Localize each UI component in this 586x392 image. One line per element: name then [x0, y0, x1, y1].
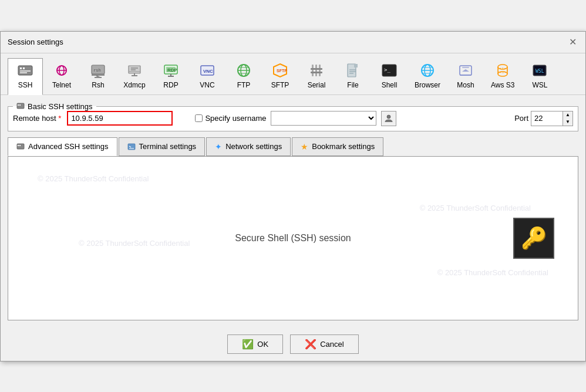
protocol-tab-file[interactable]: File [335, 58, 371, 94]
mosh-icon [457, 62, 474, 79]
awss3-icon [494, 62, 511, 79]
tab-terminal[interactable]: Terminal settings [119, 137, 206, 156]
watermark-2: © 2025 ThunderSoft Confidential [420, 204, 531, 212]
serial-label: Serial [308, 81, 326, 89]
svg-rect-34 [315, 65, 317, 76]
serial-icon [308, 62, 325, 79]
port-spin-buttons: ▲ ▼ [563, 111, 573, 126]
protocol-tab-telnet[interactable]: Telnet [44, 58, 79, 94]
main-panel: © 2025 ThunderSoft Confidential © 2025 T… [8, 156, 578, 320]
user-icon [384, 114, 393, 123]
basic-settings-row: Remote host * Specify username [13, 111, 573, 126]
svg-text:SFTP: SFTP [277, 69, 287, 73]
protocol-tab-wsl[interactable]: WSL WSL [522, 58, 557, 94]
remote-host-input[interactable] [67, 111, 173, 126]
protocol-bar: SSH Telnet rsh [1, 53, 585, 95]
port-spin-down[interactable]: ▼ [563, 119, 572, 126]
dialog-footer: ✅ OK ❌ Cancel [1, 327, 585, 361]
watermark-1: © 2025 ThunderSoft Confidential [38, 174, 149, 183]
browser-icon [419, 62, 436, 79]
svg-rect-40 [354, 64, 358, 67]
port-spinner: ▲ ▼ [531, 111, 573, 126]
remote-host-label: Remote host * [13, 114, 62, 123]
ok-button[interactable]: ✅ OK [227, 334, 283, 354]
svg-text:VNC: VNC [203, 69, 213, 74]
port-label-text: Port [514, 114, 528, 123]
key-icon-box: 🔑 [513, 218, 554, 259]
dialog-content: Basic SSH settings Remote host * Specify… [1, 95, 585, 327]
svg-rect-2 [23, 67, 25, 69]
protocol-tab-sftp[interactable]: SFTP SFTP [262, 58, 298, 94]
svg-rect-1 [20, 67, 22, 69]
protocol-tab-awss3[interactable]: Aws S3 [484, 58, 521, 94]
tab-terminal-icon [127, 143, 136, 151]
mosh-label: Mosh [457, 81, 474, 89]
protocol-tab-ssh[interactable]: SSH [8, 58, 43, 95]
svg-point-55 [498, 65, 507, 69]
file-icon [345, 62, 361, 79]
port-container: Port ▲ ▼ [514, 111, 573, 126]
wsl-icon: WSL [531, 62, 548, 79]
ssh-icon [17, 62, 33, 79]
svg-rect-37 [311, 72, 322, 73]
ok-icon: ✅ [242, 339, 254, 350]
protocol-tab-mosh[interactable]: Mosh [448, 58, 483, 94]
svg-rect-36 [311, 68, 322, 70]
tab-network-label: Network settings [225, 142, 282, 151]
protocol-tab-browser[interactable]: Browser [408, 58, 447, 94]
tab-network-icon: ✦ [215, 142, 222, 151]
awss3-label: Aws S3 [491, 81, 514, 89]
specify-username-container: Specify username [195, 114, 266, 123]
section-tabs: Advanced SSH settings Terminal settings … [8, 137, 578, 156]
cancel-label: Cancel [320, 340, 343, 349]
basic-settings-legend: Basic SSH settings [13, 102, 96, 111]
protocol-tab-shell[interactable]: >_ Shell [372, 58, 407, 94]
vnc-label: VNC [200, 81, 214, 89]
vnc-icon: VNC [199, 62, 215, 79]
specify-username-label[interactable]: Specify username [205, 114, 266, 123]
svg-text:rsh: rsh [93, 68, 101, 73]
port-spin-up[interactable]: ▲ [563, 111, 572, 119]
protocol-tab-rdp[interactable]: RDP RDP [153, 58, 188, 94]
xdmcp-label: Xdmcp [123, 81, 145, 89]
cancel-button[interactable]: ❌ Cancel [290, 334, 358, 354]
svg-rect-65 [19, 104, 21, 106]
tab-bookmark[interactable]: ★ Bookmark settings [292, 137, 383, 156]
wsl-label: WSL [532, 81, 547, 89]
tab-bookmark-icon: ★ [301, 142, 308, 151]
svg-rect-67 [17, 144, 24, 149]
user-manage-button[interactable] [381, 111, 396, 126]
protocol-tab-ftp[interactable]: FTP [226, 58, 261, 94]
protocol-tab-rsh[interactable]: rsh Rsh [80, 58, 116, 94]
title-bar: Session settings ✕ [1, 32, 585, 53]
sftp-icon: SFTP [272, 62, 288, 79]
tab-ssh-icon [16, 143, 25, 151]
close-button[interactable]: ✕ [567, 36, 578, 48]
browser-label: Browser [415, 81, 440, 89]
svg-rect-0 [18, 66, 32, 75]
sftp-label: SFTP [271, 81, 289, 89]
port-input[interactable] [531, 111, 563, 126]
shell-icon: >_ [381, 62, 398, 79]
rdp-icon: RDP [163, 62, 179, 79]
svg-text:WSL: WSL [536, 69, 544, 74]
tab-advanced-ssh-label: Advanced SSH settings [28, 142, 109, 151]
watermark-4: © 2025 ThunderSoft Confidential [437, 268, 548, 277]
svg-rect-35 [319, 65, 321, 76]
specify-username-checkbox[interactable] [195, 114, 203, 122]
protocol-tab-serial[interactable]: Serial [299, 58, 334, 94]
username-dropdown[interactable] [271, 111, 376, 126]
tab-network[interactable]: ✦ Network settings [206, 137, 291, 156]
cancel-icon: ❌ [305, 339, 316, 350]
telnet-icon [53, 62, 70, 79]
svg-rect-33 [312, 65, 314, 76]
tab-advanced-ssh[interactable]: Advanced SSH settings [8, 137, 117, 156]
svg-point-66 [387, 115, 390, 119]
dialog-title: Session settings [8, 38, 63, 46]
protocol-tab-xdmcp[interactable]: Xdmcp [117, 58, 152, 94]
svg-rect-63 [17, 103, 24, 109]
protocol-tab-vnc[interactable]: VNC VNC [190, 58, 225, 94]
session-settings-dialog: Session settings ✕ SSH [0, 31, 586, 361]
svg-marker-54 [462, 69, 469, 72]
key-icon: 🔑 [521, 226, 547, 251]
